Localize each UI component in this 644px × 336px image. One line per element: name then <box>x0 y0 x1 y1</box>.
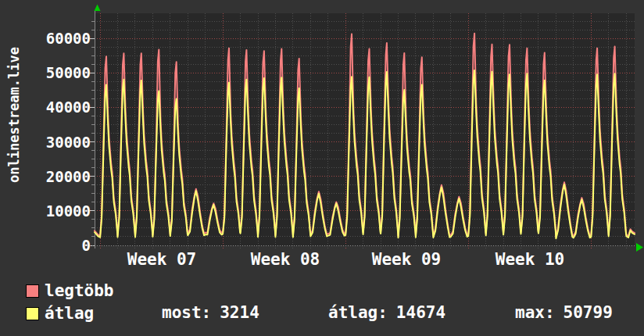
y-tick-label-10000: 10000 <box>0 202 91 220</box>
stat-most-value: 3214 <box>220 305 259 320</box>
y-tick-label-20000: 20000 <box>0 168 91 185</box>
legend-row-legtobb: legtöbb <box>26 283 114 298</box>
x-week-label-08: Week 08 <box>231 250 340 269</box>
stat-max-label: max: <box>515 305 555 320</box>
y-tick-label-40000: 40000 <box>0 98 91 116</box>
x-week-label-10: Week 10 <box>475 250 585 269</box>
y-tick-label-60000: 60000 <box>0 30 91 47</box>
legend-swatch-legtobb <box>26 284 39 298</box>
legend-row-atlag: átlag <box>26 306 94 321</box>
x-week-label-09: Week 09 <box>352 250 461 269</box>
y-tick-label-0: 0 <box>0 237 91 254</box>
stat-most: most:3214 <box>162 305 259 320</box>
legend-label-legtobb: legtöbb <box>45 283 114 298</box>
stat-atlag-value: 14674 <box>396 305 445 320</box>
legend-label-atlag: átlag <box>45 306 94 321</box>
stat-atlag: átlag:14674 <box>328 305 445 320</box>
stat-max: max:50799 <box>515 305 613 320</box>
rrd-graph-page: onlinestream.live 60000 50000 40000 3000… <box>0 0 644 336</box>
y-tick-label-30000: 30000 <box>0 134 91 151</box>
y-tick-label-50000: 50000 <box>0 64 91 81</box>
legend-swatch-atlag <box>26 307 39 320</box>
stat-max-value: 50799 <box>564 305 613 320</box>
stat-most-label: most: <box>162 305 211 320</box>
stat-atlag-label: átlag: <box>328 305 388 320</box>
x-week-label-07: Week 07 <box>107 250 216 269</box>
